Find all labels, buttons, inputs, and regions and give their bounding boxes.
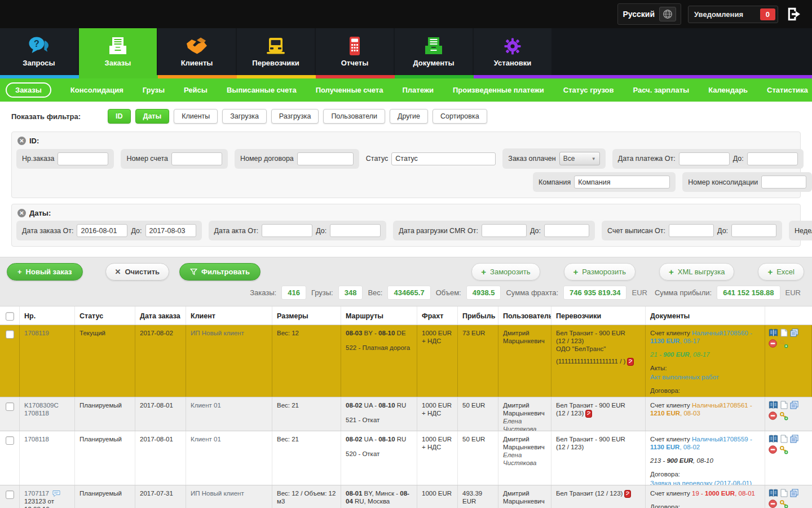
consolidation-input[interactable]: [761, 176, 806, 189]
subnav-cargo[interactable]: Грузы: [143, 86, 165, 94]
order-number-link[interactable]: 1708119: [24, 330, 49, 336]
client-name[interactable]: ИП Новый клиент: [191, 330, 244, 336]
subnav-received-invoices[interactable]: Полученные счета: [316, 86, 383, 94]
status-input[interactable]: [391, 152, 496, 165]
excel-export-button[interactable]: + Excel: [758, 263, 804, 281]
contract-link[interactable]: Заявка на перевозку (2017-08-02): [650, 396, 760, 397]
filter-toggle-users[interactable]: Пользователи: [323, 109, 385, 124]
book-icon[interactable]: [769, 329, 778, 337]
red-notebook-icon[interactable]: [627, 358, 634, 366]
unfreeze-button[interactable]: + Разморозить: [564, 263, 636, 281]
remove-icon[interactable]: [769, 445, 777, 454]
order-number-link[interactable]: 1707117: [24, 490, 49, 497]
filter-toggle-loading[interactable]: Загрузка: [222, 109, 267, 124]
table-row[interactable]: 1708118 Планируемый 2017-08-01 Клиент 01…: [0, 431, 812, 485]
subnav-salary[interactable]: Расч. зарплаты: [633, 86, 690, 94]
col-header-freight[interactable]: Фрахт: [417, 306, 458, 325]
copy-page-icon[interactable]: [780, 329, 788, 337]
filter-toggle-unloading[interactable]: Разгрузка: [271, 109, 319, 124]
invoice-issued-from-input[interactable]: [669, 224, 714, 237]
subnav-consolidation[interactable]: Консолидация: [70, 86, 123, 94]
remove-icon[interactable]: [769, 500, 777, 508]
row-checkbox[interactable]: [6, 402, 14, 411]
payment-line[interactable]: 21 - 900 EUR, 08-17: [650, 351, 760, 358]
nav-tab-reports[interactable]: Отчеты: [316, 28, 394, 75]
copy-multiple-icon[interactable]: [790, 435, 798, 443]
copy-page-icon[interactable]: [780, 489, 788, 497]
book-icon[interactable]: [769, 489, 778, 497]
copy-multiple-icon[interactable]: [790, 329, 798, 337]
filter-toggle-sorting[interactable]: Сортировка: [433, 109, 487, 124]
col-header-routes[interactable]: Маршруты: [341, 306, 417, 325]
remove-icon[interactable]: [769, 339, 777, 348]
subnav-cargo-status[interactable]: Статус грузов: [563, 86, 614, 94]
contract-nr-input[interactable]: [297, 152, 354, 165]
subnav-statistics[interactable]: Статистика: [767, 86, 808, 94]
pay-date-to-input[interactable]: [747, 152, 798, 165]
act-date-from-input[interactable]: [262, 224, 312, 237]
nav-tab-carriers[interactable]: Перевозчики: [237, 28, 315, 75]
order-date-from-input[interactable]: [77, 224, 127, 237]
book-icon[interactable]: [769, 401, 778, 409]
red-notebook-icon[interactable]: [624, 490, 631, 498]
col-header-client[interactable]: Клиент: [186, 306, 272, 325]
freeze-button[interactable]: + Заморозить: [471, 263, 540, 281]
clear-button[interactable]: ✕ Очистить: [105, 263, 170, 281]
col-header-user[interactable]: Пользователь: [498, 306, 551, 325]
book-icon[interactable]: [769, 435, 778, 443]
select-all-checkbox[interactable]: [6, 312, 14, 321]
subnav-made-payments[interactable]: Произведенные платежи: [453, 86, 544, 94]
invoice-link[interactable]: 19 - 1000 EUR, 08-01: [692, 490, 755, 497]
close-id-panel-icon[interactable]: ✕: [17, 137, 26, 145]
contract-link[interactable]: Заявка на перевозку (2017-08-01): [650, 479, 760, 485]
row-checkbox[interactable]: [6, 491, 14, 499]
act-date-to-input[interactable]: [330, 224, 381, 237]
key-add-icon[interactable]: [779, 500, 788, 508]
order-date-to-input[interactable]: [145, 224, 196, 237]
filter-toggle-other[interactable]: Другие: [390, 109, 428, 124]
order-number-link[interactable]: K1708309C1708118: [24, 402, 59, 417]
order-number-link[interactable]: 1708118: [24, 436, 49, 443]
col-header-carriers[interactable]: Перевозчики: [551, 306, 646, 325]
col-header-order-date[interactable]: Дата заказа: [135, 306, 186, 325]
col-header-documents[interactable]: Документы: [646, 306, 765, 325]
red-notebook-icon[interactable]: [585, 410, 592, 418]
nav-tab-requests[interactable]: ? Запросы: [0, 28, 78, 75]
filter-toggle-id[interactable]: ID: [108, 109, 131, 124]
table-row[interactable]: K1708309C1708118 Планируемый 2017-08-01 …: [0, 397, 812, 431]
col-header-status[interactable]: Статус: [75, 306, 135, 325]
logout-button[interactable]: [785, 5, 804, 24]
subnav-issued-invoices[interactable]: Выписанные счета: [227, 86, 297, 94]
subnav-calendar[interactable]: Календарь: [708, 86, 748, 94]
col-header-profit[interactable]: Прибыль: [458, 306, 498, 325]
key-add-icon[interactable]: [779, 339, 788, 348]
filter-toggle-clients[interactable]: Клиенты: [174, 109, 218, 124]
comment-bubble-icon[interactable]: [52, 490, 60, 497]
subnav-orders[interactable]: Заказы: [6, 82, 51, 98]
language-selector[interactable]: Русский: [617, 3, 681, 25]
company-input[interactable]: [574, 176, 670, 189]
pay-date-from-input[interactable]: [679, 152, 730, 165]
key-add-icon[interactable]: [779, 411, 788, 421]
col-header-nr[interactable]: Нр.: [20, 306, 75, 325]
copy-page-icon[interactable]: [780, 401, 788, 409]
cmr-date-to-input[interactable]: [544, 224, 589, 237]
key-add-icon[interactable]: [779, 445, 788, 454]
filter-button[interactable]: Фильтровать: [179, 263, 261, 281]
col-header-sizes[interactable]: Размеры: [272, 306, 341, 325]
nav-tab-settings[interactable]: Установки: [474, 28, 551, 75]
notifications-button[interactable]: Уведомления 0: [688, 6, 778, 23]
nav-tab-clients[interactable]: Клиенты: [158, 28, 236, 75]
copy-page-icon[interactable]: [780, 435, 788, 443]
copy-multiple-icon[interactable]: [790, 401, 798, 409]
cmr-date-from-input[interactable]: [482, 224, 527, 237]
act-link[interactable]: Акт выполненых работ: [650, 373, 760, 381]
remove-icon[interactable]: [769, 411, 777, 421]
order-nr-input[interactable]: [58, 152, 108, 165]
client-name[interactable]: Клиент 01: [191, 402, 221, 409]
row-checkbox[interactable]: [6, 330, 14, 339]
nav-tab-documents[interactable]: Документы: [395, 28, 473, 75]
nav-tab-orders[interactable]: Заказы: [79, 28, 157, 75]
subnav-payments[interactable]: Платежи: [402, 86, 433, 94]
subnav-trips[interactable]: Рейсы: [184, 86, 208, 94]
